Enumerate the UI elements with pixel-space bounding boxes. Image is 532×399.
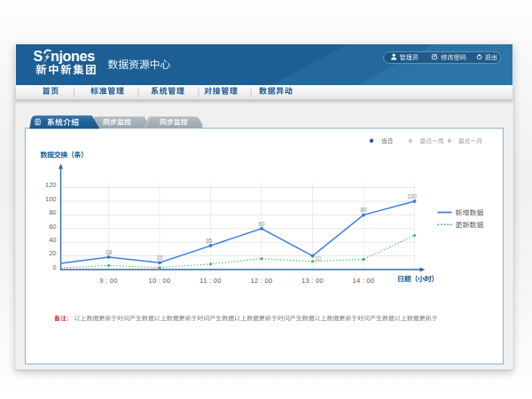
svg-text:10: 10	[156, 254, 163, 261]
svg-text:S: S	[34, 49, 43, 64]
svg-text:9 : 00: 9 : 00	[99, 277, 118, 285]
svg-text:40: 40	[49, 236, 56, 244]
svg-text:100: 100	[45, 195, 57, 203]
svg-text:100: 100	[407, 193, 417, 200]
svg-text:60: 60	[49, 223, 56, 231]
svg-text:11 : 00: 11 : 00	[200, 277, 221, 285]
svg-text:14 : 00: 14 : 00	[352, 277, 374, 285]
svg-text:20: 20	[49, 249, 56, 257]
svg-text:10: 10	[315, 255, 322, 262]
svg-text:0: 0	[52, 263, 56, 271]
svg-text:njones: njones	[51, 49, 95, 64]
svg-text:80: 80	[49, 208, 56, 216]
svg-text:60: 60	[258, 221, 265, 227]
svg-text:35: 35	[206, 238, 213, 244]
svg-text:120: 120	[45, 181, 57, 189]
svg-text:80: 80	[360, 207, 367, 213]
svg-text:10 : 00: 10 : 00	[148, 277, 170, 285]
svg-text:18: 18	[106, 249, 113, 255]
svg-text:12 : 00: 12 : 00	[250, 277, 272, 285]
svg-text:13 : 00: 13 : 00	[301, 277, 324, 285]
